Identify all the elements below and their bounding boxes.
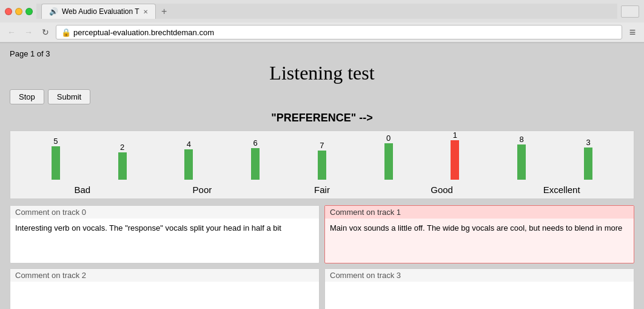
traffic-lights bbox=[5, 8, 33, 15]
lock-icon: 🔒 bbox=[61, 28, 71, 37]
track-item-0[interactable]: 0 bbox=[384, 134, 393, 180]
slider-label-fair: Fair bbox=[298, 185, 346, 195]
track-number: 5 bbox=[53, 137, 58, 145]
tab-title: Web Audio Evaluation T bbox=[62, 7, 139, 16]
track-number: 8 bbox=[520, 135, 524, 143]
track-item-8[interactable]: 8 bbox=[517, 135, 526, 180]
comment-box-3: Comment on track 3 bbox=[324, 268, 634, 309]
track-number: 1 bbox=[453, 131, 457, 139]
track-item-1[interactable]: 1 bbox=[451, 131, 459, 180]
track-number: 4 bbox=[187, 140, 191, 148]
comment-header-3: Comment on track 3 bbox=[325, 269, 634, 282]
comment-box-0: Comment on track 0 bbox=[10, 205, 320, 263]
slider-tracks: 524670183 bbox=[22, 137, 622, 180]
url-text: perceptual-evaluation.brechtdeman.com bbox=[73, 28, 214, 37]
slider-label-bad: Bad bbox=[58, 185, 107, 195]
question-label: "PREFERENCE" --> bbox=[10, 112, 634, 124]
page-content: Page 1 of 3 Listening test Stop Submit "… bbox=[0, 43, 644, 309]
minimize-button[interactable] bbox=[15, 8, 22, 15]
track-item-2[interactable]: 2 bbox=[118, 143, 127, 180]
track-item-7[interactable]: 7 bbox=[318, 141, 326, 180]
window-controls bbox=[621, 5, 639, 18]
comment-header-2: Comment on track 2 bbox=[10, 269, 319, 282]
comment-box-2: Comment on track 2 bbox=[10, 268, 320, 309]
slider-labels: BadPoorFairGoodExcellent bbox=[22, 182, 622, 195]
page-title: Listening test bbox=[10, 62, 634, 84]
comment-input-0[interactable] bbox=[10, 219, 319, 261]
comments-grid: Comment on track 0Comment on track 1Comm… bbox=[10, 205, 634, 309]
submit-button[interactable]: Submit bbox=[48, 89, 90, 104]
browser-chrome: 🔊 Web Audio Evaluation T ✕ + ← → ↻ 🔒 per… bbox=[0, 0, 644, 43]
comment-input-1[interactable] bbox=[325, 219, 634, 261]
slider-label-poor: Poor bbox=[178, 185, 226, 195]
track-bar[interactable] bbox=[451, 140, 459, 180]
tab-bar: 🔊 Web Audio Evaluation T ✕ + bbox=[36, 4, 617, 19]
comment-header-1: Comment on track 1 bbox=[325, 206, 634, 219]
close-button[interactable] bbox=[5, 8, 12, 15]
slider-label-excellent: Excellent bbox=[537, 185, 586, 195]
track-item-4[interactable]: 4 bbox=[184, 140, 193, 180]
track-bar[interactable] bbox=[184, 149, 193, 180]
stop-button[interactable]: Stop bbox=[10, 89, 44, 104]
title-bar: 🔊 Web Audio Evaluation T ✕ + bbox=[0, 0, 644, 22]
track-number: 0 bbox=[386, 134, 391, 142]
track-item-6[interactable]: 6 bbox=[251, 139, 260, 180]
back-button[interactable]: ← bbox=[5, 25, 18, 39]
browser-tab[interactable]: 🔊 Web Audio Evaluation T ✕ bbox=[41, 4, 156, 19]
track-bar[interactable] bbox=[52, 146, 60, 180]
reload-button[interactable]: ↻ bbox=[39, 25, 52, 39]
track-bar[interactable] bbox=[118, 152, 127, 180]
track-number: 6 bbox=[253, 139, 258, 147]
track-item-5[interactable]: 5 bbox=[52, 137, 60, 180]
track-number: 2 bbox=[120, 143, 124, 151]
tab-icon: 🔊 bbox=[49, 7, 58, 16]
track-item-3[interactable]: 3 bbox=[584, 138, 592, 180]
forward-button[interactable]: → bbox=[22, 25, 35, 39]
comment-input-3[interactable] bbox=[325, 282, 634, 309]
maximize-button[interactable] bbox=[25, 8, 33, 15]
track-bar[interactable] bbox=[251, 148, 260, 180]
controls-bar: Stop Submit bbox=[10, 89, 634, 104]
track-bar[interactable] bbox=[384, 143, 393, 180]
comment-header-0: Comment on track 0 bbox=[10, 206, 319, 219]
track-bar[interactable] bbox=[318, 151, 326, 180]
slider-container: 524670183 BadPoorFairGoodExcellent bbox=[10, 131, 634, 199]
track-number: 3 bbox=[586, 138, 590, 146]
comment-input-2[interactable] bbox=[10, 282, 319, 309]
comment-box-1: Comment on track 1 bbox=[324, 205, 634, 263]
slider-label-good: Good bbox=[418, 185, 466, 195]
new-tab-button[interactable]: + bbox=[158, 5, 170, 18]
nav-bar: ← → ↻ 🔒 perceptual-evaluation.brechtdema… bbox=[0, 22, 644, 42]
tab-close-icon[interactable]: ✕ bbox=[143, 8, 148, 15]
track-number: 7 bbox=[320, 141, 324, 149]
address-bar[interactable]: 🔒 perceptual-evaluation.brechtdeman.com bbox=[56, 25, 622, 39]
track-bar[interactable] bbox=[517, 144, 526, 180]
page-info: Page 1 of 3 bbox=[10, 49, 634, 58]
browser-menu-button[interactable]: ≡ bbox=[626, 25, 639, 39]
track-bar[interactable] bbox=[584, 148, 592, 180]
